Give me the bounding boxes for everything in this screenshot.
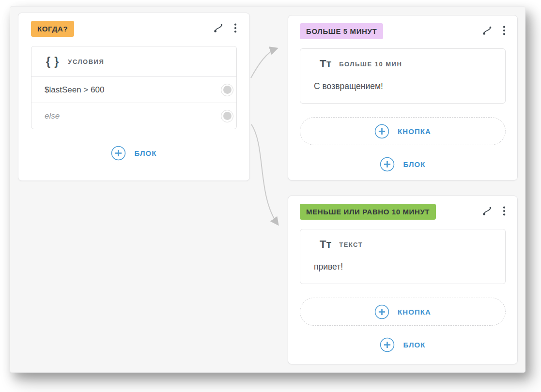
card-more-5-min[interactable]: БОЛЬШЕ 5 МИНУТ Тт БОЛЬШЕ 10 МИН С воз <box>288 15 518 181</box>
handle-dot <box>223 86 232 94</box>
card-head: КОГДА? <box>31 21 237 40</box>
connection-arrow-bottom <box>251 124 278 225</box>
braces-icon: { } <box>46 55 59 68</box>
condition-text: $lastSeen > 600 <box>45 85 104 95</box>
kebab-menu-icon[interactable] <box>503 206 506 216</box>
text-block-header: Тт ТЕКСТ <box>314 239 492 250</box>
text-block-header: Тт БОЛЬШЕ 10 МИН <box>314 59 492 69</box>
plus-icon <box>111 146 126 161</box>
text-block-body[interactable]: С возвращением! <box>314 81 492 91</box>
add-block-label: БЛОК <box>403 160 425 168</box>
condition-output-handle[interactable] <box>221 84 233 96</box>
text-block[interactable]: Тт ТЕКСТ привет! <box>300 229 506 284</box>
condition-text: else <box>45 111 60 121</box>
plus-icon <box>374 124 389 139</box>
card-head: БОЛЬШЕ 5 МИНУТ <box>300 23 506 43</box>
add-block-button[interactable]: БЛОК <box>31 146 237 161</box>
connector-icon[interactable] <box>482 206 493 216</box>
text-icon: Тт <box>320 59 331 69</box>
card-when[interactable]: КОГДА? { } УСЛОВИЯ $lastSeen <box>18 13 250 181</box>
plus-icon <box>380 337 395 352</box>
text-block[interactable]: Тт БОЛЬШЕ 10 МИН С возвращением! <box>300 48 506 104</box>
connector-icon[interactable] <box>482 25 493 36</box>
card-head: МЕНЬШЕ ИЛИ РАВНО 10 МИНУТ <box>300 204 506 223</box>
text-icon: Тт <box>320 239 331 250</box>
card-badge[interactable]: МЕНЬШЕ ИЛИ РАВНО 10 МИНУТ <box>300 204 436 220</box>
handle-dot <box>223 112 232 120</box>
connector-icon[interactable] <box>213 23 224 33</box>
plus-icon <box>380 157 395 172</box>
add-block-button[interactable]: БЛОК <box>300 157 506 172</box>
add-button-label: КНОПКА <box>398 127 431 136</box>
card-badge[interactable]: БОЛЬШЕ 5 МИНУТ <box>300 23 383 39</box>
kebab-menu-icon[interactable] <box>503 25 506 36</box>
text-block-label: БОЛЬШЕ 10 МИН <box>339 60 402 68</box>
add-button-button[interactable]: КНОПКА <box>300 117 506 145</box>
text-block-body[interactable]: привет! <box>314 262 492 272</box>
condition-row[interactable]: else <box>31 103 236 129</box>
connection-arrow-top <box>251 48 277 78</box>
card-badge[interactable]: КОГДА? <box>31 21 74 37</box>
conditions-header: { } УСЛОВИЯ <box>31 46 236 76</box>
condition-output-handle[interactable] <box>221 110 233 122</box>
kebab-menu-icon[interactable] <box>234 23 237 33</box>
conditions-label: УСЛОВИЯ <box>68 58 104 65</box>
add-block-label: БЛОК <box>403 341 425 349</box>
text-block-label: ТЕКСТ <box>339 241 363 248</box>
add-block-label: БЛОК <box>134 149 156 157</box>
add-button-button[interactable]: КНОПКА <box>300 298 506 326</box>
card-less-equal-10-min[interactable]: МЕНЬШЕ ИЛИ РАВНО 10 МИНУТ Тт ТЕКСТ пр <box>288 196 518 364</box>
condition-row[interactable]: $lastSeen > 600 <box>31 76 236 103</box>
add-button-label: КНОПКА <box>398 308 431 316</box>
plus-icon <box>374 304 389 319</box>
conditions-box[interactable]: { } УСЛОВИЯ $lastSeen > 600 else <box>31 46 237 129</box>
flow-canvas[interactable]: КОГДА? { } УСЛОВИЯ $lastSeen <box>10 6 526 373</box>
add-block-button[interactable]: БЛОК <box>300 337 506 352</box>
